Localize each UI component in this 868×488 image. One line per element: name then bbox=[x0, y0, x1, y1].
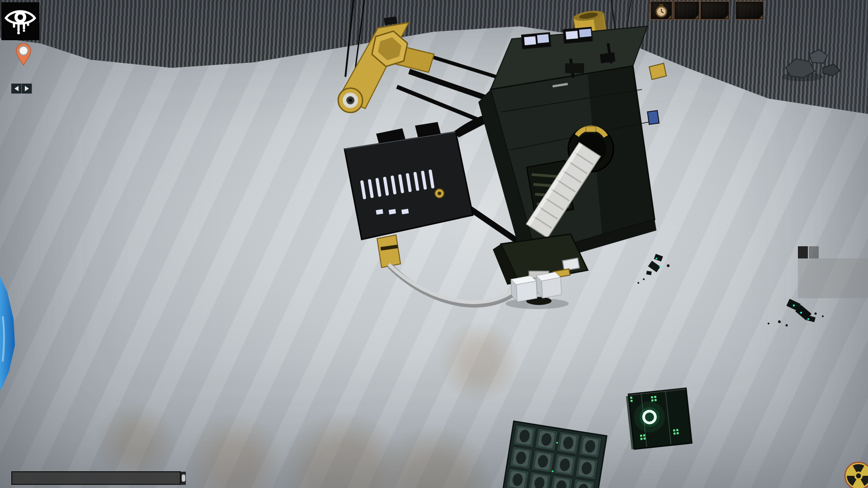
date-display bbox=[674, 1, 700, 20]
info-body bbox=[798, 258, 868, 298]
selection-info-panel bbox=[798, 246, 868, 298]
quest-next-button[interactable] bbox=[22, 84, 32, 94]
map-pin-icon[interactable] bbox=[14, 43, 33, 68]
log-scrollbar bbox=[181, 472, 186, 485]
right-arrow-icon bbox=[25, 86, 29, 91]
game-logo[interactable] bbox=[1, 2, 39, 40]
quest-pager bbox=[11, 84, 32, 94]
info-tabs bbox=[798, 246, 868, 258]
quest-prev-button[interactable] bbox=[11, 84, 21, 94]
left-arrow-icon bbox=[14, 86, 19, 91]
tab-priority[interactable] bbox=[809, 246, 819, 258]
message-log bbox=[11, 471, 181, 485]
vignette bbox=[0, 0, 868, 488]
game-screen bbox=[0, 0, 868, 488]
time-display bbox=[700, 1, 730, 20]
log-scrollbar-thumb[interactable] bbox=[182, 474, 185, 482]
temperature-display bbox=[735, 1, 764, 20]
tab-info[interactable] bbox=[798, 246, 808, 258]
quest-panel bbox=[11, 84, 114, 94]
colonist-name bbox=[800, 269, 866, 278]
clock-icon bbox=[650, 1, 673, 20]
eye-icon bbox=[1, 2, 39, 40]
